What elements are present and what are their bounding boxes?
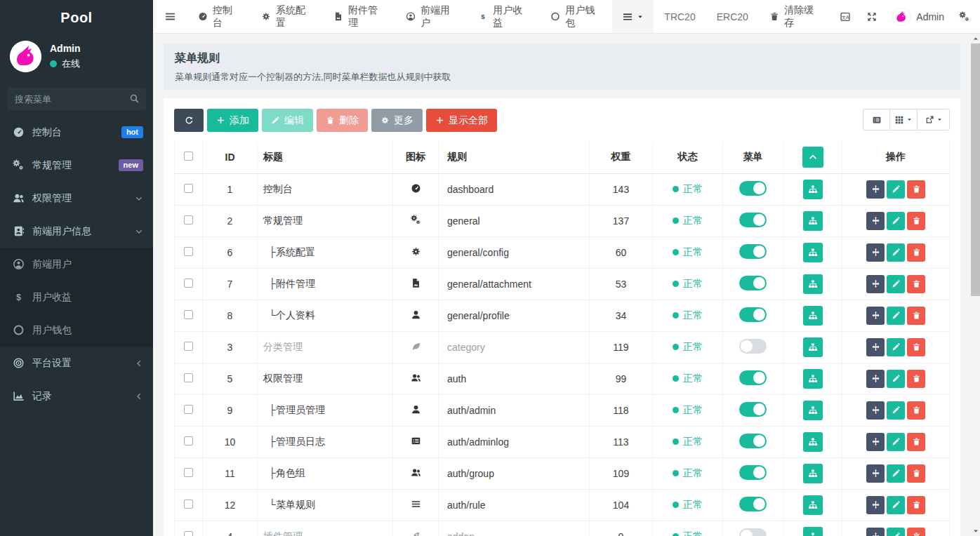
- drag-sort-button[interactable]: [866, 243, 885, 262]
- row-checkbox[interactable]: [184, 215, 193, 225]
- column-header-actions[interactable]: 操作: [842, 142, 950, 173]
- row-edit-button[interactable]: [887, 401, 905, 420]
- sidebar-item-常规管理[interactable]: 常规管理 new: [0, 149, 153, 182]
- row-delete-button[interactable]: [907, 275, 925, 293]
- row-delete-button[interactable]: [907, 180, 925, 199]
- refresh-button[interactable]: [174, 109, 204, 132]
- sub-rules-button[interactable]: [803, 274, 823, 294]
- row-checkbox[interactable]: [184, 373, 193, 382]
- menu-toggle[interactable]: [739, 465, 767, 480]
- sub-rules-button[interactable]: [803, 243, 823, 262]
- drag-sort-button[interactable]: [866, 370, 885, 388]
- sub-rules-button[interactable]: [803, 495, 823, 515]
- topnav-tab-用户钱包[interactable]: 用户钱包: [540, 0, 612, 33]
- drag-sort-button[interactable]: [866, 433, 885, 451]
- row-delete-button[interactable]: [907, 212, 925, 230]
- sub-rules-button[interactable]: [803, 306, 823, 326]
- row-delete-button[interactable]: [907, 464, 925, 483]
- row-edit-button[interactable]: [887, 528, 905, 536]
- settings-button[interactable]: [951, 0, 980, 33]
- menu-toggle[interactable]: [739, 307, 767, 322]
- trc20-link[interactable]: TRC20: [654, 0, 706, 33]
- sidebar-item-平台设置[interactable]: 平台设置: [0, 347, 153, 380]
- row-checkbox[interactable]: [184, 247, 193, 256]
- menu-toggle[interactable]: [739, 497, 767, 511]
- row-checkbox[interactable]: [184, 436, 193, 445]
- delete-button[interactable]: 删除: [317, 109, 368, 132]
- row-edit-button[interactable]: [887, 464, 905, 483]
- drag-sort-button[interactable]: [866, 401, 885, 420]
- row-checkbox[interactable]: [184, 310, 193, 319]
- menu-toggle[interactable]: [739, 402, 767, 417]
- vertical-scrollbar[interactable]: [971, 34, 980, 536]
- sub-rules-button[interactable]: [803, 180, 823, 199]
- row-checkbox[interactable]: [184, 279, 193, 288]
- column-header-menu[interactable]: 菜单: [723, 142, 783, 173]
- select-all-checkbox[interactable]: [184, 152, 193, 161]
- drag-sort-button[interactable]: [866, 528, 885, 536]
- export-button[interactable]: [918, 109, 950, 130]
- row-checkbox[interactable]: [184, 468, 193, 477]
- topnav-tab-系统配置[interactable]: 系统配置: [251, 0, 323, 33]
- sub-rules-button[interactable]: [803, 464, 823, 483]
- topnav-tab-附件管理[interactable]: 附件管理: [323, 0, 395, 33]
- scrollbar-thumb[interactable]: [971, 43, 980, 296]
- menu-toggle[interactable]: [739, 528, 767, 536]
- menu-toggle[interactable]: [739, 244, 767, 259]
- sidebar-toggle-button[interactable]: [153, 0, 187, 33]
- row-checkbox[interactable]: [184, 531, 193, 536]
- row-edit-button[interactable]: [887, 212, 905, 230]
- row-delete-button[interactable]: [907, 433, 925, 451]
- drag-sort-button[interactable]: [866, 338, 885, 356]
- add-button[interactable]: 添加: [207, 109, 258, 132]
- row-edit-button[interactable]: [887, 496, 905, 514]
- row-checkbox[interactable]: [184, 500, 193, 509]
- topnav-tab-控制台[interactable]: 控制台: [187, 0, 251, 33]
- sub-rules-button[interactable]: [803, 337, 823, 357]
- tabs-dropdown-button[interactable]: [612, 0, 654, 33]
- sidebar-item-记录[interactable]: 记录: [0, 380, 153, 413]
- row-edit-button[interactable]: [887, 433, 905, 451]
- sidebar-item-控制台[interactable]: 控制台 hot: [0, 116, 153, 149]
- drag-sort-button[interactable]: [866, 212, 885, 230]
- language-button[interactable]: 文A: [832, 0, 859, 33]
- topnav-tab-前端用户[interactable]: 前端用户: [395, 0, 468, 33]
- collapse-all-button[interactable]: [802, 147, 823, 168]
- drag-sort-button[interactable]: [866, 307, 885, 325]
- edit-button[interactable]: 编辑: [262, 109, 313, 132]
- row-delete-button[interactable]: [907, 243, 925, 262]
- menu-toggle[interactable]: [739, 339, 767, 354]
- menu-toggle[interactable]: [739, 276, 767, 290]
- column-header-status[interactable]: 状态: [653, 142, 723, 173]
- drag-sort-button[interactable]: [866, 464, 885, 483]
- sidebar-item-前端用户[interactable]: 前端用户: [0, 248, 153, 281]
- row-edit-button[interactable]: [887, 275, 905, 293]
- column-header-weight[interactable]: 权重: [590, 142, 653, 173]
- sub-rules-button[interactable]: [803, 401, 823, 420]
- topnav-tab-用户收益[interactable]: $ 用户收益: [468, 0, 540, 33]
- row-delete-button[interactable]: [907, 401, 925, 420]
- sidebar-item-用户钱包[interactable]: 用户钱包: [0, 314, 153, 347]
- menu-toggle[interactable]: [739, 434, 767, 448]
- row-delete-button[interactable]: [907, 528, 925, 536]
- row-checkbox[interactable]: [184, 405, 193, 414]
- column-header-rule[interactable]: 规则: [439, 142, 590, 173]
- menu-toggle[interactable]: [739, 370, 767, 385]
- clear-cache-button[interactable]: 清除缓存: [759, 0, 832, 33]
- detail-view-button[interactable]: [863, 109, 890, 130]
- sub-rules-button[interactable]: [803, 527, 823, 536]
- row-edit-button[interactable]: [887, 180, 905, 199]
- drag-sort-button[interactable]: [866, 496, 885, 514]
- drag-sort-button[interactable]: [866, 275, 885, 293]
- search-input[interactable]: [7, 88, 146, 110]
- scroll-up-arrow-icon[interactable]: [971, 34, 980, 43]
- search-icon[interactable]: [129, 93, 140, 104]
- row-edit-button[interactable]: [887, 243, 905, 262]
- user-menu[interactable]: Admin: [885, 0, 951, 33]
- sub-rules-button[interactable]: [803, 211, 823, 231]
- column-header-id[interactable]: ID: [203, 142, 258, 173]
- show-all-button[interactable]: 显示全部: [426, 109, 497, 132]
- menu-toggle[interactable]: [739, 213, 767, 227]
- columns-button[interactable]: [890, 109, 918, 130]
- row-delete-button[interactable]: [907, 338, 925, 356]
